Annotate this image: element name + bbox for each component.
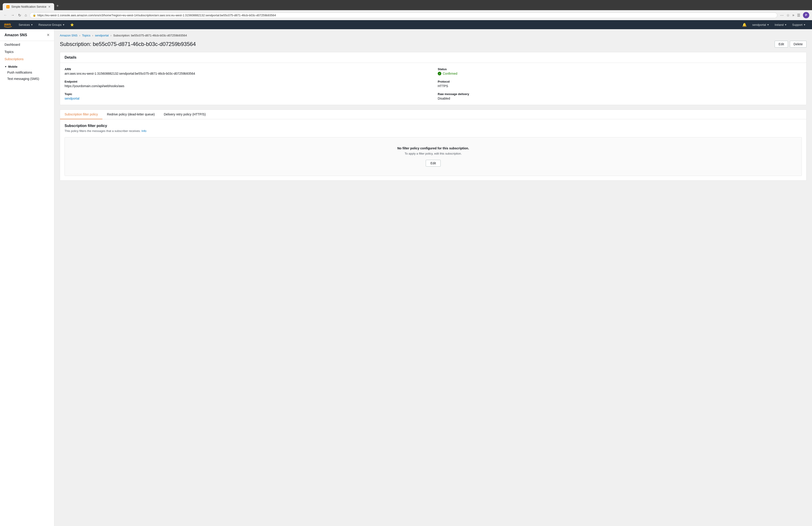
protocol-label: Protocol bbox=[438, 80, 802, 83]
region-nav[interactable]: Ireland ▼ bbox=[772, 20, 789, 29]
services-chevron-icon: ▼ bbox=[31, 24, 33, 26]
svg-text:aws: aws bbox=[4, 22, 11, 26]
details-panel-body: ARN arn:aws:sns:eu-west-1:315608882132:s… bbox=[60, 63, 806, 105]
sidebar: Amazon SNS ✕ Dashboard Topics Subscripti… bbox=[0, 29, 54, 526]
breadcrumb-current: Subscription: be55c075-d871-46cb-b03c-d0… bbox=[113, 34, 187, 37]
aws-logo[interactable]: aws bbox=[4, 21, 12, 28]
filter-policy-info-link[interactable]: Info bbox=[142, 129, 147, 133]
breadcrumb-sep-3: › bbox=[111, 34, 112, 37]
sidebar-mobile-label: Mobile bbox=[8, 65, 17, 69]
empty-policy-title: No filter policy configured for this sub… bbox=[69, 147, 797, 150]
tab-filter-policy-label: Subscription filter policy bbox=[64, 112, 98, 116]
details-grid: ARN arn:aws:sns:eu-west-1:315608882132:s… bbox=[64, 67, 802, 100]
tab-favicon: S bbox=[6, 5, 10, 9]
empty-policy-box: No filter policy configured for this sub… bbox=[64, 137, 802, 176]
tab-label: Simple Notification Service bbox=[11, 5, 46, 9]
raw-message-detail: Raw message delivery Disabled bbox=[438, 92, 802, 100]
content-area: Amazon SNS › Topics › sendportal › Subsc… bbox=[54, 29, 812, 526]
extensions-icon[interactable]: ⋯ bbox=[779, 13, 785, 18]
tabs-header: Subscription filter policy Redrive polic… bbox=[60, 110, 806, 119]
sidebar-header: Amazon SNS ✕ bbox=[0, 29, 54, 41]
forward-button[interactable]: → bbox=[10, 12, 15, 18]
sidebar-toggle-icon[interactable]: » bbox=[792, 13, 795, 18]
sidebar-item-dashboard-label: Dashboard bbox=[4, 43, 20, 46]
services-nav[interactable]: Services ▼ bbox=[16, 20, 36, 29]
sidebar-title: Amazon SNS bbox=[4, 33, 27, 37]
breadcrumb-sendportal[interactable]: sendportal bbox=[95, 34, 109, 37]
edit-button[interactable]: Edit bbox=[774, 41, 788, 47]
arn-value: arn:aws:sns:eu-west-1:315608882132:sendp… bbox=[64, 72, 429, 75]
breadcrumb-topics[interactable]: Topics bbox=[82, 34, 90, 37]
raw-message-label: Raw message delivery bbox=[438, 92, 802, 96]
sidebar-item-dashboard[interactable]: Dashboard bbox=[0, 41, 54, 48]
topic-label: Topic bbox=[64, 92, 429, 96]
delete-button[interactable]: Delete bbox=[790, 41, 807, 47]
resource-groups-label: Resource Groups bbox=[39, 23, 62, 27]
user-account-nav[interactable]: sendportal ▼ bbox=[750, 20, 772, 29]
sidebar-item-topics[interactable]: Topics bbox=[0, 48, 54, 56]
sidebar-item-subscriptions[interactable]: Subscriptions bbox=[0, 56, 54, 63]
pin-button[interactable]: ⭐ bbox=[68, 20, 76, 29]
region-label: Ireland bbox=[774, 23, 784, 27]
status-badge: Confirmed bbox=[438, 72, 802, 75]
reload-button[interactable]: ↻ bbox=[17, 12, 22, 18]
sidebar-item-subscriptions-label: Subscriptions bbox=[4, 57, 24, 61]
sidebar-close-button[interactable]: ✕ bbox=[47, 33, 49, 37]
tab-retry-policy-label: Delivery retry policy (HTTP/S) bbox=[164, 112, 206, 116]
tab-filter-policy[interactable]: Subscription filter policy bbox=[60, 110, 102, 119]
user-avatar[interactable]: P bbox=[803, 12, 809, 18]
browser-extra-buttons: ⋯ ☆ » ☰ bbox=[779, 13, 801, 18]
filter-policy-title: Subscription filter policy bbox=[64, 124, 802, 128]
browser-tabs: S Simple Notification Service ✕ + bbox=[3, 2, 809, 10]
back-button[interactable]: ← bbox=[3, 12, 8, 18]
support-chevron-icon: ▼ bbox=[803, 24, 806, 26]
browser-chrome: S Simple Notification Service ✕ + bbox=[0, 0, 812, 10]
tab-content-filter-policy: Subscription filter policy This policy f… bbox=[60, 119, 806, 180]
notifications-bell[interactable]: 🔔 bbox=[740, 22, 750, 27]
bookmark-icon[interactable]: ☆ bbox=[785, 13, 791, 18]
status-detail: Status Confirmed bbox=[438, 67, 802, 75]
breadcrumb: Amazon SNS › Topics › sendportal › Subsc… bbox=[60, 34, 807, 37]
sns-favicon-icon: S bbox=[7, 6, 9, 8]
browser-toolbar: ← → ↻ ⌂ 🔒 https://eu-west-1.console.aws.… bbox=[0, 10, 812, 20]
details-panel-header: Details bbox=[60, 52, 806, 63]
breadcrumb-amazon-sns[interactable]: Amazon SNS bbox=[60, 34, 77, 37]
page-title: Subscription: be55c075-d871-46cb-b03c-d0… bbox=[60, 41, 196, 47]
tab-redrive-policy[interactable]: Redrive policy (dead-letter queue) bbox=[102, 110, 159, 119]
address-bar[interactable]: 🔒 https://eu-west-1.console.aws.amazon.c… bbox=[30, 13, 777, 18]
sidebar-item-push-notifications[interactable]: Push notifications bbox=[0, 69, 54, 76]
protocol-detail: Protocol HTTPS bbox=[438, 80, 802, 88]
sidebar-item-text-messaging[interactable]: Text messaging (SMS) bbox=[0, 76, 54, 82]
tab-close-button[interactable]: ✕ bbox=[48, 5, 50, 9]
services-label: Services bbox=[18, 23, 30, 27]
arn-detail: ARN arn:aws:sns:eu-west-1:315608882132:s… bbox=[64, 67, 429, 75]
filter-policy-description: This policy filters the messages that a … bbox=[64, 129, 802, 133]
sidebar-item-text-messaging-label: Text messaging (SMS) bbox=[7, 77, 39, 80]
empty-policy-sub: To apply a filter policy, edit this subs… bbox=[69, 152, 797, 155]
home-button[interactable]: ⌂ bbox=[24, 12, 28, 18]
main-layout: Amazon SNS ✕ Dashboard Topics Subscripti… bbox=[0, 29, 812, 526]
tabs-panel: Subscription filter policy Redrive polic… bbox=[60, 109, 807, 181]
resource-groups-nav[interactable]: Resource Groups ▼ bbox=[36, 20, 68, 29]
resource-groups-chevron-icon: ▼ bbox=[62, 24, 65, 26]
region-chevron-icon: ▼ bbox=[785, 24, 787, 26]
support-label: Support bbox=[792, 23, 803, 27]
menu-icon[interactable]: ☰ bbox=[796, 13, 801, 18]
aws-logo-icon: aws bbox=[4, 21, 12, 28]
browser-tab-active[interactable]: S Simple Notification Service ✕ bbox=[3, 3, 54, 10]
topic-value[interactable]: sendportal bbox=[64, 97, 429, 100]
tab-retry-policy[interactable]: Delivery retry policy (HTTP/S) bbox=[159, 110, 210, 119]
support-nav[interactable]: Support ▼ bbox=[789, 20, 808, 29]
arn-label: ARN bbox=[64, 67, 429, 71]
status-label: Status bbox=[438, 67, 802, 71]
breadcrumb-sep-2: › bbox=[92, 34, 93, 37]
details-panel: Details ARN arn:aws:sns:eu-west-1:315608… bbox=[60, 52, 807, 105]
page-header: Subscription: be55c075-d871-46cb-b03c-d0… bbox=[60, 41, 807, 47]
page-actions: Edit Delete bbox=[774, 41, 807, 47]
pin-icon: ⭐ bbox=[70, 23, 74, 27]
filter-policy-edit-button[interactable]: Edit bbox=[426, 160, 441, 167]
sidebar-mobile-section[interactable]: ▼ Mobile bbox=[0, 63, 54, 69]
sidebar-mobile-arrow-icon: ▼ bbox=[4, 65, 7, 68]
new-tab-button[interactable]: + bbox=[55, 2, 61, 10]
endpoint-detail: Endpoint https://yourdomain.com/api/webh… bbox=[64, 80, 429, 88]
